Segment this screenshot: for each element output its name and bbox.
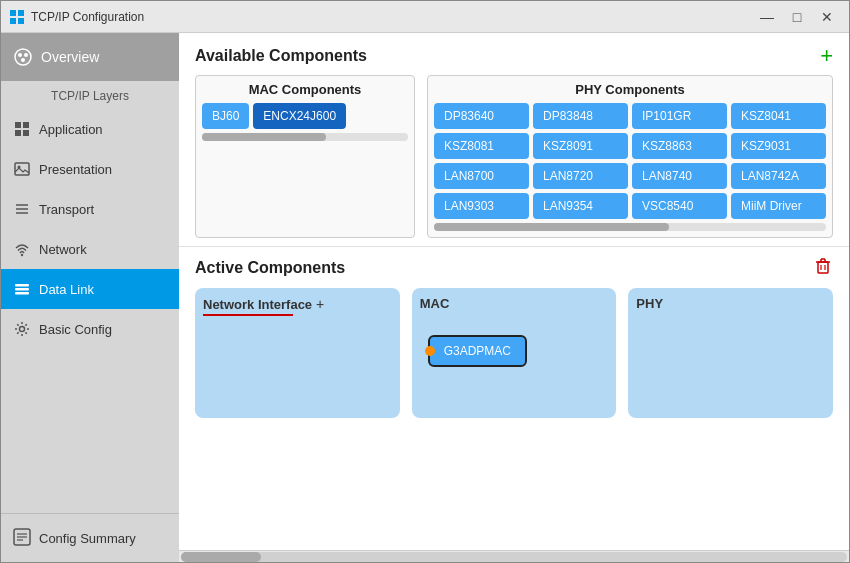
active-components-section: Active Components (179, 247, 849, 550)
bottom-scrollbar-track (181, 552, 847, 562)
sidebar-item-presentation[interactable]: Presentation (1, 149, 179, 189)
phy-chip-lan8700[interactable]: LAN8700 (434, 163, 529, 189)
close-button[interactable]: ✕ (813, 6, 841, 28)
minimize-button[interactable]: ― (753, 6, 781, 28)
config-summary-icon (13, 528, 31, 549)
available-components-header: Available Components + (179, 33, 849, 75)
sidebar-item-data-link[interactable]: Data Link (1, 269, 179, 309)
mac-active-chip-g3adpmac[interactable]: G3ADPMAC (428, 335, 527, 367)
delete-component-button[interactable] (813, 255, 833, 280)
available-components-title: Available Components (195, 47, 367, 65)
phy-chip-miim-driver[interactable]: MiiM Driver (731, 193, 826, 219)
network-interface-group: Network Interface + (195, 288, 400, 418)
svg-rect-20 (15, 292, 29, 295)
available-components-section: MAC Components BJ60 ENCX24J600 PHY Compo… (179, 75, 849, 247)
phy-chip-dp83848[interactable]: DP83848 (533, 103, 628, 129)
palette-icon (13, 47, 33, 67)
mac-scrollbar[interactable] (202, 133, 408, 141)
bottom-scrollbar-thumb[interactable] (181, 552, 261, 562)
mac-chip-bj60[interactable]: BJ60 (202, 103, 249, 129)
app-icon (9, 9, 25, 25)
phy-chip-lan9303[interactable]: LAN9303 (434, 193, 529, 219)
network-interface-header: Network Interface + (203, 296, 392, 312)
svg-rect-9 (23, 122, 29, 128)
data-link-label: Data Link (39, 282, 94, 297)
sidebar-item-basic-config[interactable]: Basic Config (1, 309, 179, 349)
overview-button[interactable]: Overview (1, 33, 179, 81)
svg-point-21 (20, 327, 25, 332)
sidebar-item-transport[interactable]: Transport (1, 189, 179, 229)
phy-chip-ksz8041[interactable]: KSZ8041 (731, 103, 826, 129)
sidebar-item-application[interactable]: Application (1, 109, 179, 149)
svg-rect-11 (23, 130, 29, 136)
list-icon (13, 280, 31, 298)
config-summary-button[interactable]: Config Summary (1, 514, 179, 562)
trash-icon (813, 255, 833, 275)
main-window: TCP/IP Configuration ― □ ✕ Overview TCP/… (0, 0, 850, 563)
network-interface-title: Network Interface (203, 297, 312, 312)
orange-dot (425, 346, 435, 356)
application-label: Application (39, 122, 103, 137)
phy-chip-dp83640[interactable]: DP83640 (434, 103, 529, 129)
config-summary-label: Config Summary (39, 531, 136, 546)
sidebar: Overview TCP/IP Layers Application Prese… (1, 33, 179, 562)
svg-point-4 (15, 49, 31, 65)
phy-chip-ksz8091[interactable]: KSZ8091 (533, 133, 628, 159)
phy-chip-lan8742a[interactable]: LAN8742A (731, 163, 826, 189)
svg-point-7 (21, 58, 25, 62)
svg-point-17 (21, 254, 23, 256)
network-interface-underline (203, 314, 293, 316)
svg-rect-19 (15, 288, 29, 291)
phy-components-group: PHY Components DP83640 DP83848 IP101GR K… (427, 75, 833, 238)
network-interface-add-button[interactable]: + (316, 296, 324, 312)
bars-icon (13, 200, 31, 218)
sidebar-item-network[interactable]: Network (1, 229, 179, 269)
components-row: MAC Components BJ60 ENCX24J600 PHY Compo… (195, 75, 833, 238)
phy-chip-lan8720[interactable]: LAN8720 (533, 163, 628, 189)
phy-chip-lan9354[interactable]: LAN9354 (533, 193, 628, 219)
bottom-scrollbar[interactable] (179, 550, 849, 562)
svg-rect-3 (18, 18, 24, 24)
svg-rect-18 (15, 284, 29, 287)
svg-rect-2 (10, 18, 16, 24)
content-area: Available Components + MAC Components BJ… (179, 33, 849, 562)
mac-chip-encx24j600[interactable]: ENCX24J600 (253, 103, 346, 129)
active-components-header: Active Components (195, 255, 833, 280)
mac-components-group: MAC Components BJ60 ENCX24J600 (195, 75, 415, 238)
mac-chips: BJ60 ENCX24J600 (202, 103, 408, 129)
svg-rect-8 (15, 122, 21, 128)
titlebar: TCP/IP Configuration ― □ ✕ (1, 1, 849, 33)
svg-rect-0 (10, 10, 16, 16)
add-component-button[interactable]: + (820, 45, 833, 67)
phy-chip-ip101gr[interactable]: IP101GR (632, 103, 727, 129)
svg-point-6 (24, 53, 28, 57)
main-area: Overview TCP/IP Layers Application Prese… (1, 33, 849, 562)
phy-scrollbar[interactable] (434, 223, 826, 231)
gear-icon (13, 320, 31, 338)
overview-label: Overview (41, 49, 99, 65)
image-icon (13, 160, 31, 178)
svg-point-5 (18, 53, 22, 57)
window-controls: ― □ ✕ (753, 6, 841, 28)
mac-group-title: MAC Components (202, 82, 408, 97)
window-title: TCP/IP Configuration (31, 10, 753, 24)
basic-config-label: Basic Config (39, 322, 112, 337)
phy-chip-ksz9031[interactable]: KSZ9031 (731, 133, 826, 159)
mac-active-title: MAC (420, 296, 609, 311)
layers-label: TCP/IP Layers (1, 81, 179, 109)
phy-chip-ksz8863[interactable]: KSZ8863 (632, 133, 727, 159)
grid-icon (13, 120, 31, 138)
svg-rect-10 (15, 130, 21, 136)
maximize-button[interactable]: □ (783, 6, 811, 28)
phy-chips-container: DP83640 DP83848 IP101GR KSZ8041 KSZ8081 … (434, 103, 826, 219)
active-components-row: Network Interface + MAC G3ADPMAC (195, 288, 833, 418)
svg-rect-12 (15, 163, 29, 175)
presentation-label: Presentation (39, 162, 112, 177)
mac-active-group: MAC G3ADPMAC (412, 288, 617, 418)
sidebar-bottom: Config Summary (1, 513, 179, 562)
phy-chip-vsc8540[interactable]: VSC8540 (632, 193, 727, 219)
phy-chip-lan8740[interactable]: LAN8740 (632, 163, 727, 189)
phy-chip-ksz8081[interactable]: KSZ8081 (434, 133, 529, 159)
phy-active-group: PHY (628, 288, 833, 418)
phy-active-title: PHY (636, 296, 825, 311)
